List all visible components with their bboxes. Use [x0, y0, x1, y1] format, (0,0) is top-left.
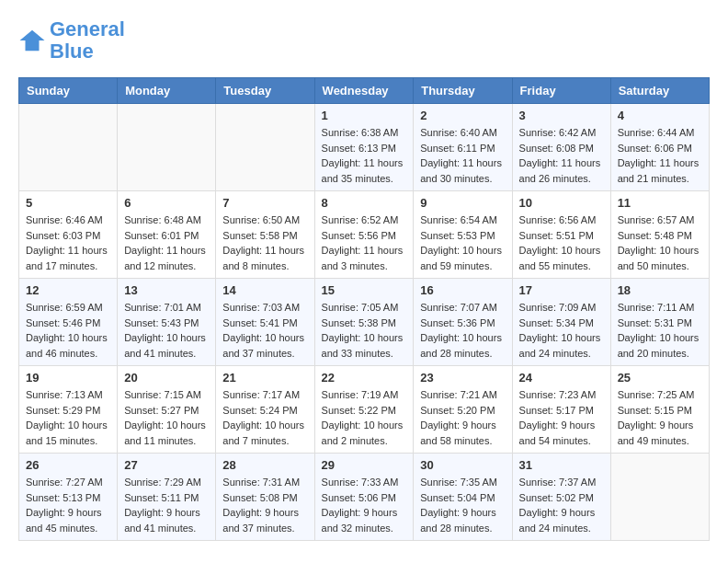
weekday-header-wednesday: Wednesday [314, 78, 414, 104]
day-info: Sunrise: 7:37 AM Sunset: 5:02 PM Dayligh… [519, 475, 604, 535]
calendar-cell: 30Sunrise: 7:35 AM Sunset: 5:04 PM Dayli… [414, 454, 512, 541]
calendar-cell: 17Sunrise: 7:09 AM Sunset: 5:34 PM Dayli… [512, 279, 610, 366]
calendar-table: SundayMondayTuesdayWednesdayThursdayFrid… [18, 77, 710, 541]
calendar-cell: 9Sunrise: 6:54 AM Sunset: 5:53 PM Daylig… [414, 191, 512, 279]
day-info: Sunrise: 7:15 AM Sunset: 5:27 PM Dayligh… [124, 387, 209, 448]
calendar-week-5: 26Sunrise: 7:27 AM Sunset: 5:13 PM Dayli… [19, 454, 710, 541]
calendar-cell: 15Sunrise: 7:05 AM Sunset: 5:38 PM Dayli… [314, 279, 414, 366]
day-number: 1 [322, 109, 407, 122]
calendar-cell: 29Sunrise: 7:33 AM Sunset: 5:06 PM Dayli… [314, 454, 414, 541]
day-info: Sunrise: 7:21 AM Sunset: 5:20 PM Dayligh… [420, 387, 505, 448]
weekday-header-thursday: Thursday [414, 78, 512, 104]
calendar-cell: 19Sunrise: 7:13 AM Sunset: 5:29 PM Dayli… [19, 366, 118, 454]
day-info: Sunrise: 7:11 AM Sunset: 5:31 PM Dayligh… [618, 300, 702, 361]
day-number: 6 [124, 196, 209, 210]
day-number: 26 [26, 458, 110, 472]
day-info: Sunrise: 7:19 AM Sunset: 5:22 PM Dayligh… [322, 387, 407, 448]
day-number: 31 [519, 458, 604, 472]
day-info: Sunrise: 6:40 AM Sunset: 6:11 PM Dayligh… [420, 125, 505, 186]
calendar-cell: 1Sunrise: 6:38 AM Sunset: 6:13 PM Daylig… [314, 104, 414, 191]
calendar-cell: 24Sunrise: 7:23 AM Sunset: 5:17 PM Dayli… [512, 366, 610, 454]
day-number: 23 [420, 371, 505, 385]
day-number: 22 [322, 371, 407, 385]
calendar-week-1: 1Sunrise: 6:38 AM Sunset: 6:13 PM Daylig… [19, 104, 710, 191]
day-number: 14 [222, 283, 307, 297]
day-number: 20 [124, 371, 209, 385]
page-header: General Blue [18, 18, 710, 63]
day-info: Sunrise: 7:33 AM Sunset: 5:06 PM Dayligh… [322, 475, 407, 535]
day-info: Sunrise: 6:52 AM Sunset: 5:56 PM Dayligh… [322, 213, 407, 273]
day-number: 5 [26, 196, 110, 210]
calendar-cell [118, 104, 216, 191]
weekday-header-sunday: Sunday [19, 78, 118, 104]
calendar-cell: 27Sunrise: 7:29 AM Sunset: 5:11 PM Dayli… [118, 454, 216, 541]
day-info: Sunrise: 6:38 AM Sunset: 6:13 PM Dayligh… [322, 125, 407, 186]
day-number: 12 [26, 283, 110, 297]
calendar-cell: 28Sunrise: 7:31 AM Sunset: 5:08 PM Dayli… [216, 454, 314, 541]
day-number: 13 [124, 283, 209, 297]
day-info: Sunrise: 7:09 AM Sunset: 5:34 PM Dayligh… [519, 300, 604, 361]
day-number: 30 [420, 458, 505, 472]
weekday-header-monday: Monday [118, 78, 216, 104]
day-info: Sunrise: 7:17 AM Sunset: 5:24 PM Dayligh… [222, 387, 307, 448]
day-info: Sunrise: 7:05 AM Sunset: 5:38 PM Dayligh… [322, 300, 407, 361]
calendar-week-2: 5Sunrise: 6:46 AM Sunset: 6:03 PM Daylig… [19, 191, 710, 279]
day-info: Sunrise: 7:35 AM Sunset: 5:04 PM Dayligh… [420, 475, 505, 535]
calendar-cell [610, 454, 709, 541]
day-number: 2 [420, 109, 505, 122]
calendar-cell: 11Sunrise: 6:57 AM Sunset: 5:48 PM Dayli… [610, 191, 709, 279]
day-number: 17 [519, 283, 604, 297]
calendar-cell [19, 104, 118, 191]
weekday-header-saturday: Saturday [610, 78, 709, 104]
day-number: 19 [26, 371, 110, 385]
day-number: 18 [618, 283, 702, 297]
day-info: Sunrise: 7:27 AM Sunset: 5:13 PM Dayligh… [26, 475, 110, 535]
logo-text: General Blue [50, 18, 125, 63]
calendar-cell: 12Sunrise: 6:59 AM Sunset: 5:46 PM Dayli… [19, 279, 118, 366]
weekday-header-tuesday: Tuesday [216, 78, 314, 104]
day-info: Sunrise: 6:59 AM Sunset: 5:46 PM Dayligh… [26, 300, 110, 361]
calendar-week-4: 19Sunrise: 7:13 AM Sunset: 5:29 PM Dayli… [19, 366, 710, 454]
day-number: 8 [322, 196, 407, 210]
day-info: Sunrise: 6:46 AM Sunset: 6:03 PM Dayligh… [26, 213, 110, 273]
day-number: 29 [322, 458, 407, 472]
calendar-cell: 25Sunrise: 7:25 AM Sunset: 5:15 PM Dayli… [610, 366, 709, 454]
day-number: 4 [618, 109, 702, 122]
day-info: Sunrise: 7:23 AM Sunset: 5:17 PM Dayligh… [519, 387, 604, 448]
calendar-cell: 14Sunrise: 7:03 AM Sunset: 5:41 PM Dayli… [216, 279, 314, 366]
calendar-cell: 2Sunrise: 6:40 AM Sunset: 6:11 PM Daylig… [414, 104, 512, 191]
day-info: Sunrise: 6:42 AM Sunset: 6:08 PM Dayligh… [519, 125, 604, 186]
calendar-cell: 6Sunrise: 6:48 AM Sunset: 6:01 PM Daylig… [118, 191, 216, 279]
logo: General Blue [18, 18, 125, 63]
calendar-cell: 16Sunrise: 7:07 AM Sunset: 5:36 PM Dayli… [414, 279, 512, 366]
day-number: 15 [322, 283, 407, 297]
day-number: 9 [420, 196, 505, 210]
calendar-cell: 13Sunrise: 7:01 AM Sunset: 5:43 PM Dayli… [118, 279, 216, 366]
calendar-cell: 3Sunrise: 6:42 AM Sunset: 6:08 PM Daylig… [512, 104, 610, 191]
day-info: Sunrise: 7:29 AM Sunset: 5:11 PM Dayligh… [124, 475, 209, 535]
calendar-cell: 26Sunrise: 7:27 AM Sunset: 5:13 PM Dayli… [19, 454, 118, 541]
day-info: Sunrise: 7:13 AM Sunset: 5:29 PM Dayligh… [26, 387, 110, 448]
calendar-cell: 5Sunrise: 6:46 AM Sunset: 6:03 PM Daylig… [19, 191, 118, 279]
day-number: 16 [420, 283, 505, 297]
day-number: 7 [222, 196, 307, 210]
day-info: Sunrise: 7:31 AM Sunset: 5:08 PM Dayligh… [222, 475, 307, 535]
day-info: Sunrise: 7:25 AM Sunset: 5:15 PM Dayligh… [618, 387, 702, 448]
calendar-week-3: 12Sunrise: 6:59 AM Sunset: 5:46 PM Dayli… [19, 279, 710, 366]
weekday-header-friday: Friday [512, 78, 610, 104]
day-info: Sunrise: 6:54 AM Sunset: 5:53 PM Dayligh… [420, 213, 505, 273]
calendar-cell: 18Sunrise: 7:11 AM Sunset: 5:31 PM Dayli… [610, 279, 709, 366]
calendar-cell: 22Sunrise: 7:19 AM Sunset: 5:22 PM Dayli… [314, 366, 414, 454]
calendar-cell: 23Sunrise: 7:21 AM Sunset: 5:20 PM Dayli… [414, 366, 512, 454]
day-info: Sunrise: 6:50 AM Sunset: 5:58 PM Dayligh… [222, 213, 307, 273]
calendar-cell: 10Sunrise: 6:56 AM Sunset: 5:51 PM Dayli… [512, 191, 610, 279]
day-number: 10 [519, 196, 604, 210]
logo-icon [18, 27, 46, 54]
svg-marker-0 [20, 30, 45, 52]
calendar-cell: 21Sunrise: 7:17 AM Sunset: 5:24 PM Dayli… [216, 366, 314, 454]
day-number: 25 [618, 371, 702, 385]
day-info: Sunrise: 7:01 AM Sunset: 5:43 PM Dayligh… [124, 300, 209, 361]
day-info: Sunrise: 7:07 AM Sunset: 5:36 PM Dayligh… [420, 300, 505, 361]
day-number: 21 [222, 371, 307, 385]
day-number: 28 [222, 458, 307, 472]
